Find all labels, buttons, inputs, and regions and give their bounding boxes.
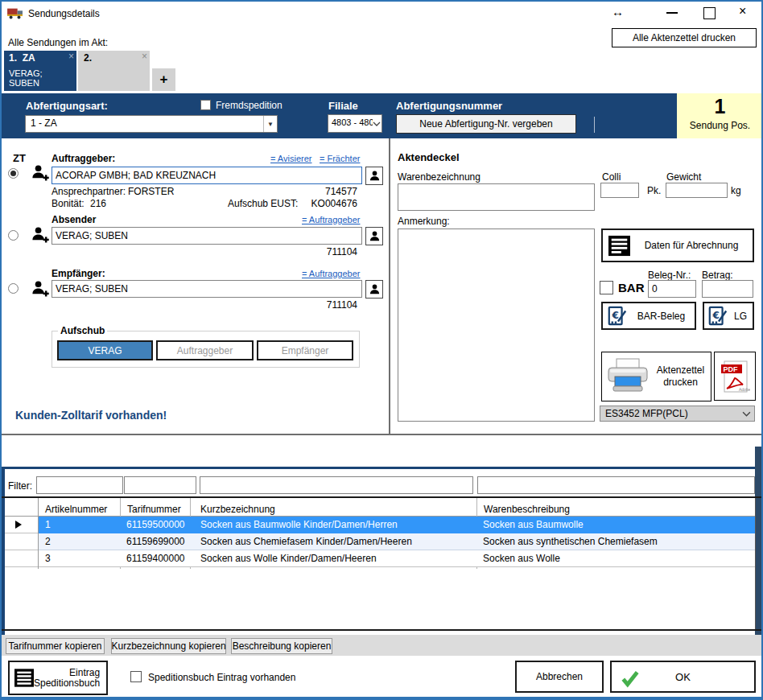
table-row[interactable]: 3 61159400000 Socken aus Wolle Kinder/Da…: [39, 550, 755, 567]
table-top-border: [2, 496, 761, 498]
row-header-2[interactable]: [5, 533, 38, 550]
add-person-icon-absender[interactable]: [31, 225, 49, 246]
minimize-button[interactable]: [666, 12, 678, 14]
anmerkung-textarea[interactable]: [398, 229, 595, 422]
absender-person-button[interactable]: [365, 227, 383, 245]
filter-artikelnummer-input[interactable]: [36, 476, 123, 494]
empfaenger-radio[interactable]: [8, 283, 19, 294]
bar-beleg-button[interactable]: € BAR-Beleg: [601, 302, 696, 330]
auftraggeber-person-button[interactable]: [365, 167, 383, 185]
filter-kurzbezeichnung-input[interactable]: [200, 476, 473, 494]
column-header-warenbeschreibung[interactable]: Warenbeschreibung: [477, 501, 754, 515]
table-row[interactable]: 2 61159699000 Socken aus Chemiefasem Kin…: [39, 533, 755, 550]
gewicht-input[interactable]: [666, 183, 728, 198]
warenbezeichnung-input[interactable]: [398, 183, 595, 211]
lg-button[interactable]: € LG: [703, 302, 754, 330]
betrag-input[interactable]: [702, 280, 753, 298]
aufschub-empfaenger-button[interactable]: Empfänger: [257, 340, 353, 360]
row-header-1[interactable]: [5, 517, 38, 533]
maximize-button[interactable]: [703, 7, 716, 19]
aktenzettel-drucken-button[interactable]: Aktenzettel drucken: [601, 352, 711, 401]
add-person-icon-auftraggeber[interactable]: [31, 163, 49, 184]
filiale-dropdown-icon[interactable]: [373, 119, 381, 130]
daten-fuer-abrechnung-button[interactable]: Daten für Abrechnung: [601, 229, 754, 262]
avisierer-link[interactable]: = Avisierer: [270, 154, 311, 163]
resize-icon[interactable]: ↔: [612, 5, 624, 19]
printer-icon: [605, 357, 650, 396]
add-tab-button[interactable]: +: [152, 68, 175, 91]
absender-auftraggeber-link[interactable]: = Auftraggeber: [302, 215, 360, 224]
svg-text:€: €: [612, 309, 619, 320]
column-header-tarifnummer[interactable]: Tarifnummer: [121, 501, 190, 515]
pdf-button[interactable]: PDF Adobe: [714, 352, 756, 401]
tab-sendung-2[interactable]: 2. ×: [78, 51, 150, 91]
beschreibung-kopieren-button[interactable]: Beschreibung kopieren: [231, 638, 332, 654]
lower-panel-top-border: [2, 467, 761, 469]
empfaenger-auftraggeber-link[interactable]: = Auftraggeber: [302, 269, 360, 278]
zt-label: ZT: [13, 152, 26, 164]
auftraggeber-radio[interactable]: [8, 168, 19, 179]
betrag-label: Betrag:: [702, 270, 733, 281]
fremdspedition-label: Fremdspedition: [216, 100, 283, 111]
table-right-border: [755, 498, 756, 629]
abfertigungsart-select[interactable]: 1 - ZA ▼: [25, 115, 278, 133]
colli-unit-label: Pk.: [647, 185, 661, 196]
abrechnung-list-icon: [608, 235, 630, 257]
filter-warenbeschreibung-input[interactable]: [477, 476, 755, 494]
tab1-close-icon[interactable]: ×: [68, 51, 74, 62]
colli-input[interactable]: [600, 183, 639, 198]
speditionsbuch-list-icon: [14, 669, 34, 687]
printer-dropdown-icon[interactable]: [742, 410, 751, 421]
sendung-pos-count: 1: [677, 95, 763, 118]
column-header-kurzbezeichnung[interactable]: Kurzbezeichnung: [194, 501, 476, 515]
svg-text:Adobe: Adobe: [739, 387, 750, 392]
aktendeckel-title: Aktendeckel: [398, 151, 460, 163]
gewicht-label: Gewicht: [666, 171, 701, 183]
tab2-close-icon[interactable]: ×: [142, 51, 147, 62]
printer-select[interactable]: ES3452 MFP(PCL): [600, 406, 755, 422]
row-header-3[interactable]: [5, 550, 38, 567]
absender-radio[interactable]: [8, 230, 19, 241]
aufschub-verag-button[interactable]: VERAG: [57, 340, 153, 360]
bar-checkbox[interactable]: [600, 281, 613, 294]
add-person-icon-empfaenger[interactable]: [31, 279, 49, 300]
eintrag-speditionsbuch-button[interactable]: Eintrag Speditionsbuch: [8, 661, 108, 695]
kurzbezeichnung-kopieren-button[interactable]: Kurzbezeichnung kopieren: [111, 638, 226, 654]
panel-vertical-divider: [389, 138, 390, 435]
tarifnummer-kopieren-button[interactable]: Tarifnummer kopieren: [6, 638, 105, 654]
close-button[interactable]: ×: [739, 4, 746, 19]
empfaenger-person-button[interactable]: [365, 280, 383, 299]
ok-button[interactable]: OK: [610, 661, 756, 693]
auftraggeber-input[interactable]: [52, 167, 362, 184]
sendungsdetails-window: Sendungsdetails ↔ × Alle Sendungen im Ak…: [0, 0, 763, 700]
sendungen-im-akt-label: Alle Sendungen im Akt:: [8, 37, 108, 48]
panel-horizontal-divider: [2, 434, 761, 435]
abbrechen-button[interactable]: Abbrechen: [515, 661, 604, 693]
filiale-select[interactable]: 4803 - 480: [328, 114, 382, 133]
auftraggeber-label: Auftraggeber:: [52, 153, 115, 164]
abfertigungsart-dropdown-icon[interactable]: ▼: [263, 116, 277, 132]
empfaenger-number: 711104: [285, 299, 357, 311]
table-row[interactable]: 1 61159500000 Socken aus Baumwolle Kinde…: [39, 517, 755, 533]
alle-aktenzettel-drucken-button[interactable]: Alle Aktenzettel drucken: [612, 28, 757, 47]
abfertigungsart-label: Abfertigungsart:: [26, 100, 108, 112]
fraechter-link[interactable]: = Frächter: [320, 154, 360, 163]
fremdspedition-checkbox[interactable]: [200, 100, 211, 110]
euro-document-icon: €: [707, 306, 728, 327]
beleg-nr-input[interactable]: [648, 280, 696, 298]
column-header-artikelnummer[interactable]: Artikelnummer: [39, 501, 119, 515]
gewicht-unit-label: kg: [731, 185, 741, 196]
sendung-pos-label: Sendung Pos.: [677, 120, 763, 131]
speditionsbuch-checkbox[interactable]: [130, 671, 142, 682]
filiale-label: Filiale: [328, 100, 358, 112]
aufschub-group-label: Aufschub: [58, 325, 107, 336]
neue-abfertigung-nr-button[interactable]: Neue Abfertigung-Nr. vergeben: [396, 114, 576, 134]
aufschub-eust-value: KO004676: [285, 198, 357, 209]
filter-label: Filter:: [8, 480, 32, 492]
empfaenger-input[interactable]: [52, 280, 362, 298]
tab-sendung-1[interactable]: 1. ZA × VERAG; SUBEN: [4, 51, 76, 91]
absender-input[interactable]: [52, 227, 362, 245]
filter-tarifnummer-input[interactable]: [124, 476, 196, 494]
aufschub-auftraggeber-button[interactable]: Auftraggeber: [156, 340, 254, 360]
auftraggeber-number: 714577: [285, 186, 357, 197]
